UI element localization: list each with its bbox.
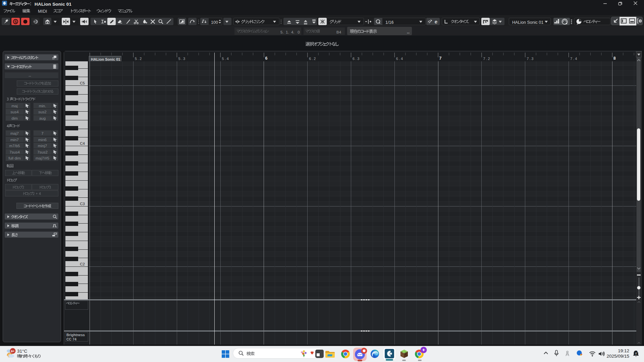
svg-text:9+: 9+ bbox=[11, 349, 15, 353]
svg-text:C5: C5 bbox=[80, 81, 85, 85]
svg-text:C4: C4 bbox=[80, 141, 85, 145]
svg-text:C2: C2 bbox=[80, 262, 85, 266]
svg-text:z: z bbox=[635, 352, 637, 355]
svg-text:S: S bbox=[14, 20, 17, 24]
svg-text:z: z bbox=[637, 350, 638, 353]
svg-text:e: e bbox=[435, 19, 437, 24]
svg-text:C3: C3 bbox=[80, 202, 85, 206]
